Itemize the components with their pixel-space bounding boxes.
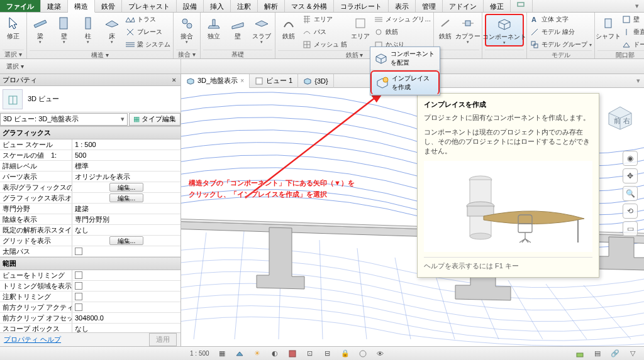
prop-row[interactable]: 陰線を表示専門分野別 <box>0 214 180 225</box>
prop-row[interactable]: 前方クリップ アクティブ <box>0 302 180 313</box>
connection-button[interactable]: 接合▾ <box>176 14 197 45</box>
viewtab-1[interactable]: 3D_地盤表示 × <box>181 74 250 88</box>
properties-close-icon[interactable]: × <box>170 76 178 84</box>
tab-help-icon[interactable]: ▾ <box>630 0 644 12</box>
status-select-icon[interactable]: ▽ <box>625 349 640 359</box>
nav-orbit-button[interactable]: ⟲ <box>623 204 638 219</box>
dormer-button[interactable]: ドーマ <box>621 39 644 50</box>
status-workset-icon[interactable] <box>572 349 587 359</box>
viewtab-3[interactable]: {3D} <box>298 74 333 88</box>
viewtab-2[interactable]: ビュー 1 <box>250 74 298 88</box>
rebar2-button[interactable]: 鉄筋 <box>436 14 454 40</box>
prop-value[interactable] <box>72 302 180 312</box>
apply-button[interactable]: 適用 <box>149 333 177 346</box>
rebar-meshgrid-button[interactable]: メッシュ グリ… <box>374 14 431 25</box>
tab-modify[interactable]: 修正 <box>484 0 511 12</box>
tab-collaborate[interactable]: コラボレート <box>334 0 389 12</box>
prop-row[interactable]: グラフィックス表示オプション編集... <box>0 193 180 204</box>
tab-file[interactable]: ファイル <box>0 0 41 12</box>
status-detail-icon[interactable]: ▦ <box>214 349 230 359</box>
rebar-path-button[interactable]: パス <box>302 26 347 38</box>
rebar-area2-button[interactable]: エリア <box>350 14 371 40</box>
tab-end[interactable] <box>511 0 533 12</box>
prop-value[interactable]: 標準 <box>72 161 180 171</box>
modelgroup-button[interactable]: モデル グループ▾ <box>530 39 592 50</box>
open-vert-button[interactable]: 垂直 <box>621 26 644 38</box>
prop-value[interactable]: 編集... <box>72 236 180 246</box>
checkbox[interactable] <box>75 248 82 255</box>
prop-row[interactable]: 注釈トリミング <box>0 292 180 302</box>
beamsystem-button[interactable]: 梁 システム <box>125 39 170 50</box>
component-button[interactable]: コンポーネント▾ <box>485 14 524 46</box>
tab-steel[interactable]: 鉄骨 <box>95 0 122 12</box>
status-shadow-icon[interactable]: ◐ <box>267 349 282 359</box>
place-component-item[interactable]: コンポーネントを配置 <box>370 47 440 70</box>
viewcube[interactable]: 前 右 <box>602 98 638 133</box>
modeltext-button[interactable]: A立体 文字 <box>530 14 592 25</box>
status-sun-icon[interactable]: ☀ <box>250 349 265 359</box>
prop-value[interactable]: なし <box>72 225 180 235</box>
isolated-button[interactable]: 独立 <box>203 14 225 40</box>
tab-annotate[interactable]: 注釈 <box>231 0 258 12</box>
edit-button[interactable]: 編集... <box>109 183 143 192</box>
checkbox[interactable] <box>75 282 82 290</box>
tab-structure[interactable]: 構造 <box>68 0 95 13</box>
prop-value[interactable] <box>72 281 180 291</box>
status-crop2-icon[interactable]: ⊟ <box>320 349 335 359</box>
nav-wheel-button[interactable]: ◉ <box>623 151 638 166</box>
tab-insert[interactable]: 挿入 <box>204 0 231 12</box>
prop-value[interactable]: 500 <box>72 150 180 160</box>
prop-row[interactable]: スケールの値 1:500 <box>0 150 180 161</box>
checkbox[interactable] <box>75 271 82 279</box>
status-style-icon[interactable] <box>232 349 247 359</box>
rebar-button[interactable]: 鉄筋 <box>278 14 299 40</box>
status-link-icon[interactable]: 🔗 <box>608 349 623 359</box>
tab-addin[interactable]: アドイン <box>443 0 484 12</box>
prop-row[interactable]: スコープ ボックスなし <box>0 324 180 332</box>
prop-value[interactable] <box>72 246 180 256</box>
prop-row[interactable]: 太陽パス <box>0 246 180 257</box>
prop-value[interactable] <box>72 292 180 302</box>
nav-zoom-button[interactable]: 🔍 <box>623 186 638 201</box>
wall-button[interactable]: 壁▾ <box>53 14 75 45</box>
model-inplace-item[interactable]: インプレイスを作成 <box>370 70 440 95</box>
viewtab-1-close-icon[interactable]: × <box>240 77 244 84</box>
tab-architecture[interactable]: 建築 <box>41 0 68 12</box>
prop-value[interactable]: 建築 <box>72 204 180 214</box>
status-crop-icon[interactable]: ⊡ <box>303 349 318 359</box>
tab-analysis[interactable]: 解析 <box>258 0 285 12</box>
status-lock-icon[interactable]: 🔒 <box>338 349 353 359</box>
modify-button[interactable]: 修正 <box>3 14 24 40</box>
prop-row[interactable]: 詳細レベル標準 <box>0 161 180 172</box>
prop-row[interactable]: ビューをトリミング <box>0 270 180 281</box>
prop-row[interactable]: トリミング領域を表示 <box>0 281 180 292</box>
status-reveal-icon[interactable]: 👁 <box>373 349 388 359</box>
prop-row[interactable]: 既定の解析表示スタイルなし <box>0 225 180 236</box>
prop-value[interactable]: オリジナルを表示 <box>72 172 180 182</box>
prop-value[interactable]: なし <box>72 324 180 332</box>
shaft-button[interactable]: シャフト <box>597 14 619 40</box>
instance-combo[interactable]: 3D ビュー: 3D_地盤表示 ▾ <box>0 113 128 126</box>
prop-row[interactable]: ビュー スケール1 : 500 <box>0 139 180 150</box>
checkbox[interactable] <box>75 293 82 300</box>
prop-row[interactable]: 表示/グラフィックスの上書き編集... <box>0 182 180 193</box>
rebar-mesh-button[interactable]: メッシュ 筋 <box>302 39 347 50</box>
status-temp-icon[interactable] <box>355 349 370 359</box>
edit-type-button[interactable]: ▦ タイプ編集 <box>129 113 180 126</box>
rebar-steel-button[interactable]: 鉄筋 <box>374 26 431 38</box>
prop-value[interactable]: 304800.0 <box>72 313 180 323</box>
viewtabs-overflow-icon[interactable]: ▾ <box>633 77 644 85</box>
prop-row[interactable]: 前方クリップ オフセット304800.0 <box>0 313 180 324</box>
tab-equipment[interactable]: 設備 <box>177 0 204 12</box>
edit-button[interactable]: 編集... <box>109 194 143 202</box>
coupler-button[interactable]: カプラー▾ <box>457 14 479 45</box>
prop-value[interactable]: 編集... <box>72 193 180 203</box>
checkbox[interactable] <box>75 303 82 311</box>
tab-view[interactable]: 表示 <box>389 0 416 12</box>
prop-row[interactable]: グリッドを表示編集... <box>0 236 180 246</box>
prop-value[interactable] <box>72 270 180 280</box>
prop-value[interactable]: 専門分野別 <box>72 214 180 224</box>
status-scale[interactable]: 1 : 500 <box>187 350 212 357</box>
edit-button[interactable]: 編集... <box>109 236 143 245</box>
beam-button[interactable]: 梁▾ <box>30 14 51 45</box>
